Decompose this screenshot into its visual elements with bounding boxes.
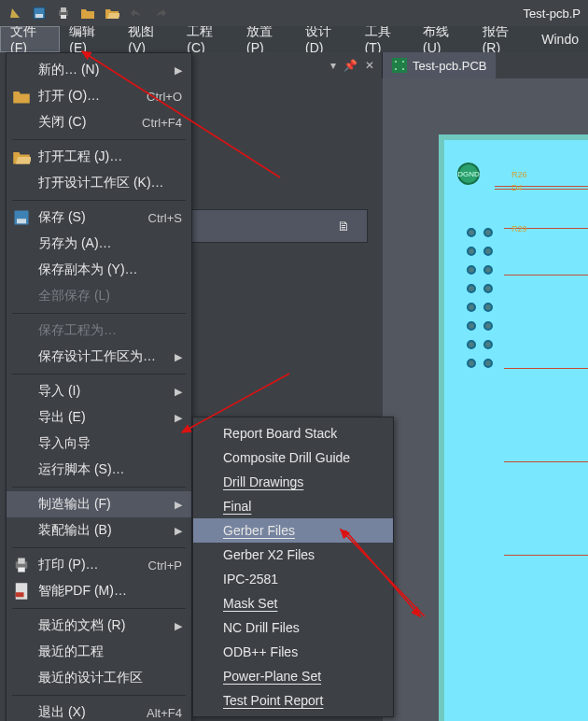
save-icon: [12, 208, 31, 227]
menu-edit[interactable]: 编辑 (E): [60, 26, 119, 52]
mfg-test-point-report[interactable]: Test Point Report: [193, 688, 393, 713]
svg-rect-4: [61, 7, 66, 12]
svg-rect-5: [61, 15, 66, 19]
file-exit[interactable]: 退出 (X)Alt+F4: [7, 700, 191, 721]
ref-r26: R26: [511, 170, 527, 179]
menu-place[interactable]: 放置 (P): [237, 26, 296, 52]
mfg-odbpp-files[interactable]: ODB++ Files: [193, 640, 393, 664]
file-print[interactable]: 打印 (P)…Ctrl+P: [7, 552, 191, 578]
menu-design[interactable]: 设计 (D): [296, 26, 356, 52]
mfg-gerber-x2-files[interactable]: Gerber X2 Files: [193, 543, 393, 567]
file-save-all: 全部保存 (L): [7, 283, 191, 309]
file-menu-dropdown: 新的… (N)▶ 打开 (O)…Ctrl+O 关闭 (C)Ctrl+F4 打开工…: [6, 52, 192, 721]
panel-dropdown-icon[interactable]: ▾: [330, 59, 336, 72]
svg-point-7: [395, 61, 397, 63]
file-run-script[interactable]: 运行脚本 (S)…: [7, 457, 191, 483]
file-recent-projects[interactable]: 最近的工程: [7, 639, 191, 665]
svg-point-10: [402, 68, 404, 70]
file-assembly-outputs[interactable]: 装配输出 (B)▶: [7, 517, 191, 544]
svg-rect-2: [35, 14, 43, 18]
svg-point-8: [402, 61, 404, 63]
print-icon: [12, 556, 31, 574]
file-import-wizard[interactable]: 导入向导: [7, 431, 191, 457]
file-save-copy-as[interactable]: 保存副本为 (Y)…: [7, 257, 191, 283]
menu-reports[interactable]: 报告 (R): [473, 26, 533, 52]
mfg-mask-set[interactable]: Mask Set: [193, 591, 393, 615]
menu-tools[interactable]: 工具 (T): [356, 26, 413, 52]
svg-rect-12: [17, 219, 26, 223]
mfg-power-plane-set[interactable]: Power-Plane Set: [193, 664, 393, 688]
file-close[interactable]: 关闭 (C)Ctrl+F4: [7, 109, 191, 135]
file-open[interactable]: 打开 (O)…Ctrl+O: [7, 83, 191, 109]
window-title: Test-pcb.P: [524, 7, 581, 21]
undo-icon[interactable]: [127, 4, 146, 22]
mfg-final[interactable]: Final: [193, 494, 393, 518]
file-new[interactable]: 新的… (N)▶: [7, 57, 191, 83]
file-import[interactable]: 导入 (I)▶: [7, 378, 191, 404]
svg-rect-6: [392, 58, 407, 73]
file-open-project[interactable]: 打开工程 (J)…: [7, 144, 191, 170]
file-fabrication-outputs[interactable]: 制造输出 (F)▶: [7, 491, 191, 517]
tab-test-pcb[interactable]: Test-pcb.PCB: [383, 52, 496, 78]
ref-d4: D4: [511, 183, 523, 192]
menu-project[interactable]: 工程 (C): [177, 26, 237, 52]
svg-point-9: [395, 68, 397, 70]
file-recent-docs[interactable]: 最近的文档 (R)▶: [7, 613, 191, 639]
file-export[interactable]: 导出 (E)▶: [7, 404, 191, 431]
menu-window[interactable]: Windo: [532, 26, 588, 52]
altium-logo-icon: [6, 4, 24, 22]
file-save-workspace-as[interactable]: 保存设计工作区为…▶: [7, 344, 191, 370]
open-project-icon[interactable]: [103, 4, 121, 22]
folder-icon: [12, 148, 31, 166]
open-icon[interactable]: [78, 4, 97, 22]
fabrication-outputs-submenu: Report Board Stack Composite Drill Guide…: [192, 417, 394, 717]
document-icon: 🗎: [337, 219, 350, 233]
svg-rect-14: [18, 558, 25, 564]
save-icon[interactable]: [30, 4, 49, 22]
tab-label: Test-pcb.PCB: [413, 59, 486, 73]
dgnd-via: DGND: [457, 163, 480, 185]
file-open-workspace[interactable]: 打开设计工作区 (K)…: [7, 170, 191, 196]
mfg-ipc-2581[interactable]: IPC-2581: [193, 567, 393, 591]
mfg-nc-drill-files[interactable]: NC Drill Files: [193, 615, 393, 640]
menu-route[interactable]: 布线 (U): [413, 26, 473, 52]
svg-rect-15: [18, 568, 25, 573]
mfg-composite-drill-guide[interactable]: Composite Drill Guide: [193, 445, 393, 470]
file-save[interactable]: 保存 (S)Ctrl+S: [7, 205, 191, 231]
menubar: 文件 (F) 编辑 (E) 视图 (V) 工程 (C) 放置 (P) 设计 (D…: [0, 26, 588, 52]
panel-close-icon[interactable]: ✕: [365, 59, 374, 72]
panel-pin-icon[interactable]: 📌: [343, 59, 357, 72]
mfg-report-board-stack[interactable]: Report Board Stack: [193, 421, 393, 445]
svg-marker-0: [10, 8, 20, 18]
file-save-project-as: 保存工程为…: [7, 318, 191, 344]
pcb-file-icon: [392, 58, 407, 73]
menu-view[interactable]: 视图 (V): [119, 26, 177, 52]
titlebar: Test-pcb.P: [0, 0, 588, 26]
pdf-icon: [12, 582, 31, 601]
mfg-gerber-files[interactable]: Gerber Files: [193, 518, 393, 543]
menu-file[interactable]: 文件 (F): [0, 26, 60, 52]
file-recent-workspaces[interactable]: 最近的设计工作区: [7, 665, 191, 691]
mfg-drill-drawings[interactable]: Drill Drawings: [193, 470, 393, 494]
print-icon[interactable]: [54, 4, 73, 22]
pcb-board[interactable]: DGND R26 D4 R29: [439, 134, 588, 721]
redo-icon[interactable]: [151, 4, 170, 22]
svg-rect-17: [16, 592, 24, 597]
open-icon: [12, 87, 31, 106]
file-save-as[interactable]: 另存为 (A)…: [7, 231, 191, 257]
pcb-editor[interactable]: DGND R26 D4 R29: [383, 78, 588, 721]
ref-r29: R29: [511, 224, 527, 233]
file-smart-pdf[interactable]: 智能PDF (M)…: [7, 578, 191, 604]
quick-toolbar: [6, 4, 170, 22]
